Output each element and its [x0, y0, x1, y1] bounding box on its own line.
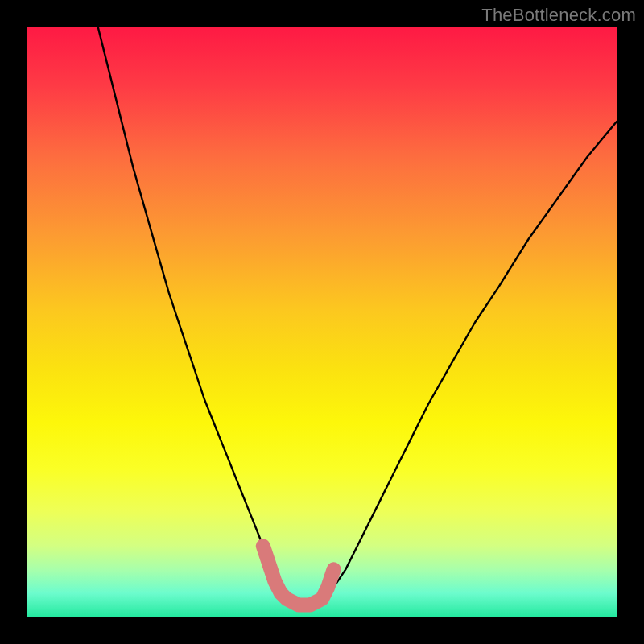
watermark-text: TheBottleneck.com	[481, 5, 636, 26]
bottleneck-floor-marker	[263, 546, 334, 605]
chart-svg	[27, 27, 617, 617]
chart-plot-area	[27, 27, 617, 617]
chart-outer-frame: TheBottleneck.com	[0, 0, 644, 644]
bottleneck-curve	[98, 27, 617, 605]
